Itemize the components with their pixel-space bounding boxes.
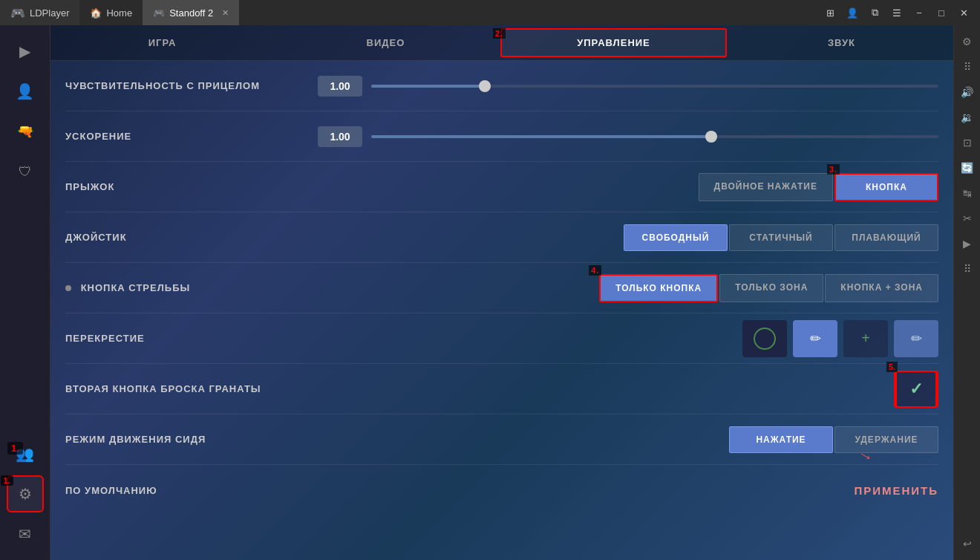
acceleration-track[interactable] [371, 135, 938, 138]
crosshair-edit-button2[interactable]: ✏ [894, 320, 938, 357]
fire-zone-only-label: ТОЛЬКО ЗОНА [735, 282, 808, 293]
pencil-icon: ✏ [810, 331, 821, 347]
titlebar: 🎮 LDPlayer 🏠 Home 🎮 Standoff 2 ✕ ⊞ 👤 ⧉ ☰… [0, 0, 980, 25]
crouch-press[interactable]: НАЖАТИЕ [729, 426, 833, 453]
game-tab[interactable]: 🎮 Standoff 2 ✕ [143, 0, 239, 25]
window-controls: ⊞ 👤 ⧉ ☰ − □ ✕ [814, 2, 980, 23]
right-settings-icon[interactable]: ⚙ [957, 31, 978, 52]
sidebar-item-group[interactable]: 👥 [7, 435, 44, 472]
acceleration-fill [371, 135, 711, 138]
sensitivity-slider-container: 1.00 [318, 76, 938, 97]
joystick-controls: СВОБОДНЫЙ СТАТИЧНЫЙ ПЛАВАЮЩИЙ [318, 224, 938, 251]
tab-control-label: УПРАВЛЕНИЕ [577, 37, 650, 48]
maximize-button[interactable]: □ [931, 2, 952, 23]
acceleration-controls: 1.00 [318, 126, 938, 147]
account-icon[interactable]: 👤 [842, 2, 863, 23]
jump-double-tap[interactable]: ДВОЙНОЕ НАЖАТИЕ [699, 173, 833, 201]
sidebar-item-gun[interactable]: 🔫 [7, 113, 44, 150]
sensitivity-track[interactable] [371, 85, 938, 88]
keyboard-icon[interactable]: ⊞ [820, 2, 840, 23]
jump-controls: ДВОЙНОЕ НАЖАТИЕ 3. КНОПКА [318, 173, 938, 201]
grenade-row: ВТОРАЯ КНОПКА БРОСКА ГРАНАТЫ 5. ✓ [65, 364, 938, 414]
app-logo[interactable]: 🎮 LDPlayer [0, 0, 79, 25]
tab-sound[interactable]: ЗВУК [730, 25, 953, 60]
right-volume-down-icon[interactable]: 🔉 [957, 107, 978, 128]
sidebar-item-user[interactable]: 👤 [7, 73, 44, 110]
tab-bar: ИГРА ВИДЕО 2. УПРАВЛЕНИЕ ЗВУК [50, 25, 953, 61]
fire-button-only[interactable]: 4. ТОЛЬКО КНОПКА [599, 274, 718, 302]
joystick-static[interactable]: СТАТИЧНЫЙ [729, 224, 833, 251]
gun-icon: 🔫 [17, 123, 33, 140]
check-icon: ✓ [909, 380, 923, 399]
apply-row: ПО УМОЛЧАНИЮ ПРИМЕНИТЬ [50, 468, 953, 512]
logo-icon: 🎮 [10, 6, 25, 20]
tab-video-label: ВИДЕО [367, 37, 405, 48]
right-screen-icon[interactable]: ⊡ [957, 132, 978, 153]
fire-zone-only[interactable]: ТОЛЬКО ЗОНА [719, 274, 823, 302]
right-import-icon[interactable]: ↹ [957, 183, 978, 204]
sensitivity-thumb[interactable] [479, 80, 491, 92]
tab-sound-label: ЗВУК [828, 37, 855, 48]
right-sidebar: ⚙ ⠿ 🔊 🔉 ⊡ 🔄 ↹ ✂ ▶ ⠿ ↩ [953, 25, 980, 560]
user-icon: 👤 [16, 82, 34, 100]
joystick-free-label: СВОБОДНЫЙ [642, 232, 710, 243]
crosshair-circle-button[interactable] [742, 320, 787, 357]
menu-icon[interactable]: ☰ [886, 2, 907, 23]
sidebar-item-mail[interactable]: ✉ [7, 515, 44, 553]
right-cut-icon[interactable]: ✂ [957, 208, 978, 229]
crouch-press-label: НАЖАТИЕ [756, 434, 806, 445]
sensitivity-value: 1.00 [318, 76, 362, 97]
joystick-static-label: СТАТИЧНЫЙ [749, 232, 812, 243]
joystick-floating[interactable]: ПЛАВАЮЩИЙ [834, 224, 938, 251]
crouch-hold[interactable]: УДЕРЖАНИЕ → [834, 426, 938, 453]
tab-control[interactable]: 2. УПРАВЛЕНИЕ [500, 28, 727, 57]
right-play-icon[interactable]: ▶ [957, 233, 978, 254]
apply-button[interactable]: ПРИМЕНИТЬ [854, 484, 938, 497]
fire-seg-group: 4. ТОЛЬКО КНОПКА ТОЛЬКО ЗОНА КНОПКА + ЗО… [599, 274, 938, 302]
tab-game-label: ИГРА [148, 37, 177, 48]
right-back-icon[interactable]: ↩ [957, 533, 978, 554]
close-button[interactable]: ✕ [953, 2, 974, 23]
jump-button[interactable]: 3. КНОПКА [834, 173, 938, 201]
home-tab[interactable]: 🏠 Home [79, 0, 143, 25]
right-rotate-icon[interactable]: 🔄 [957, 157, 978, 178]
sidebar-item-play[interactable]: ▶ [7, 33, 44, 70]
fire-button-controls: 4. ТОЛЬКО КНОПКА ТОЛЬКО ЗОНА КНОПКА + ЗО… [318, 274, 938, 302]
jump-double-tap-label: ДВОЙНОЕ НАЖАТИЕ [714, 181, 817, 192]
jump-button-label: КНОПКА [866, 182, 907, 192]
right-volume-up-icon[interactable]: 🔊 [957, 82, 978, 102]
apply-arrow-indicator: → [854, 443, 878, 468]
logo-text: LDPlayer [30, 7, 69, 19]
fire-button-zone[interactable]: КНОПКА + ЗОНА [825, 274, 938, 302]
tab-game[interactable]: ИГРА [50, 25, 274, 60]
sensitivity-row: ЧУВСТВИТЕЛЬНОСТЬ С ПРИЦЕЛОМ 1.00 [65, 61, 938, 111]
crosshair-plus-button[interactable]: + [843, 320, 888, 357]
close-game-tab[interactable]: ✕ [222, 8, 229, 18]
grenade-toggle[interactable]: 5. ✓ [894, 371, 938, 408]
annotation-1: 1. [1, 475, 13, 486]
acceleration-row: УСКОРЕНИЕ 1.00 [65, 111, 938, 162]
joystick-seg-group: СВОБОДНЫЙ СТАТИЧНЫЙ ПЛАВАЮЩИЙ [624, 224, 938, 251]
multiwindow-icon[interactable]: ⧉ [864, 2, 885, 23]
fire-dot [65, 285, 71, 291]
home-tab-label: Home [106, 7, 132, 19]
grenade-checkmark[interactable]: ✓ [895, 371, 937, 408]
grenade-label: ВТОРАЯ КНОПКА БРОСКА ГРАНАТЫ [65, 383, 318, 394]
sidebar: ▶ 👤 🔫 🛡 👥 ⚙ 1. ✉ [0, 25, 50, 560]
acceleration-thumb[interactable] [705, 131, 717, 143]
plus-icon: + [861, 330, 870, 347]
right-dots-icon[interactable]: ⠿ [957, 258, 978, 279]
crosshair-label: ПЕРЕКРЕСТИЕ [65, 333, 318, 344]
joystick-free[interactable]: СВОБОДНЫЙ [624, 224, 728, 251]
acceleration-label: УСКОРЕНИЕ [65, 131, 318, 142]
crosshair-edit-button[interactable]: ✏ [793, 320, 837, 357]
minimize-button[interactable]: − [909, 2, 930, 23]
tab-video[interactable]: ВИДЕО [274, 25, 497, 60]
acceleration-value: 1.00 [318, 126, 362, 147]
sidebar-item-shield[interactable]: 🛡 [7, 153, 44, 190]
jump-row: ПРЫЖОК ДВОЙНОЕ НАЖАТИЕ 3. КНОПКА [65, 162, 938, 212]
sidebar-item-settings[interactable]: ⚙ 1. [7, 475, 44, 512]
crosshair-controls: ✏ + ✏ [318, 320, 938, 357]
annotation-4: 4. [589, 265, 601, 276]
right-keyboard-icon[interactable]: ⠿ [957, 56, 978, 77]
